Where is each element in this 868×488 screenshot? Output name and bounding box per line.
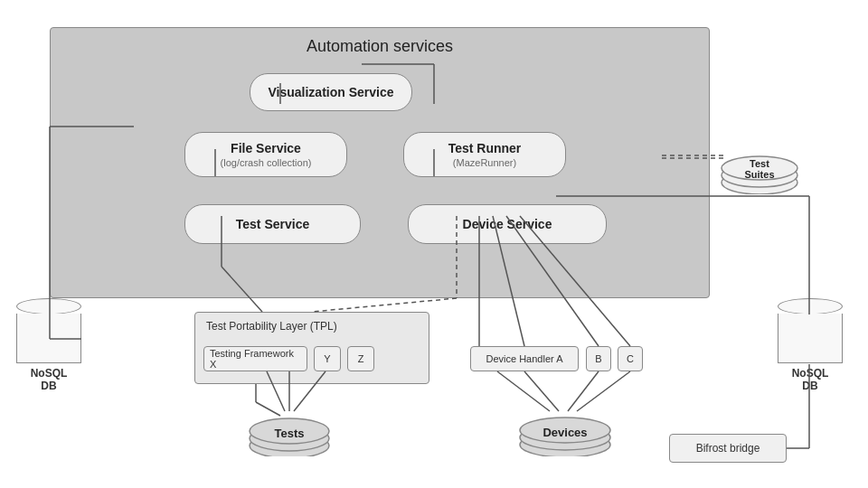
tests-stack: Tests xyxy=(249,402,339,456)
framework-x-label: Testing Framework X xyxy=(210,348,301,370)
visualization-service-box: Visualization Service xyxy=(250,73,412,111)
nosql-left-label: NoSQLDB xyxy=(31,367,68,392)
test-suites-stack: Test Suites xyxy=(723,136,805,190)
cylinder-top-left xyxy=(16,298,81,314)
device-service-label: Device Service xyxy=(463,217,552,231)
svg-text:Suites: Suites xyxy=(744,169,774,180)
diagram: Automation services Visualization Servic… xyxy=(0,0,868,488)
file-service-sublabel: (log/crash collection) xyxy=(221,157,312,168)
visualization-service-label: Visualization Service xyxy=(268,85,393,99)
framework-z-box: Z xyxy=(347,346,374,371)
device-handler-a-label: Device Handler A xyxy=(486,353,563,364)
test-runner-sublabel: (MazeRunner) xyxy=(453,157,516,168)
test-runner-label: Test Runner xyxy=(448,141,522,155)
test-service-box: Test Service xyxy=(184,204,361,244)
automation-box: Automation services Visualization Servic… xyxy=(50,27,710,298)
cylinder-body-right xyxy=(778,314,843,363)
test-runner-box: Test Runner (MazeRunner) xyxy=(403,132,566,177)
device-handler-a-box: Device Handler A xyxy=(470,346,579,371)
cylinder-body-left xyxy=(16,314,81,363)
file-service-box: File Service (log/crash collection) xyxy=(184,132,347,177)
device-service-box: Device Service xyxy=(408,204,607,244)
nosql-db-left: NoSQLDB xyxy=(16,298,81,392)
device-handler-b-label: B xyxy=(595,353,601,364)
framework-x-box: Testing Framework X xyxy=(203,346,307,371)
devices-stack: Devices xyxy=(520,398,619,452)
nosql-right-label: NoSQLDB xyxy=(792,367,829,392)
test-service-label: Test Service xyxy=(236,217,309,231)
bifrost-bridge-box: Bifrost bridge xyxy=(669,434,787,463)
framework-z-label: Z xyxy=(358,353,364,364)
cylinder-top-right xyxy=(778,298,843,314)
svg-text:Test: Test xyxy=(750,158,769,169)
tpl-title: Test Portability Layer (TPL) xyxy=(206,320,337,333)
svg-text:Tests: Tests xyxy=(275,427,305,440)
device-handler-c-label: C xyxy=(627,353,634,364)
nosql-db-right: NoSQLDB xyxy=(778,298,843,392)
bifrost-bridge-label: Bifrost bridge xyxy=(696,442,760,455)
svg-text:Devices: Devices xyxy=(542,426,587,439)
framework-y-label: Y xyxy=(324,353,330,364)
device-handler-c-box: C xyxy=(618,346,643,371)
file-service-label: File Service xyxy=(231,141,301,155)
device-handler-b-box: B xyxy=(586,346,611,371)
svg-line-24 xyxy=(312,298,457,312)
automation-title: Automation services xyxy=(307,37,453,56)
framework-y-box: Y xyxy=(314,346,341,371)
